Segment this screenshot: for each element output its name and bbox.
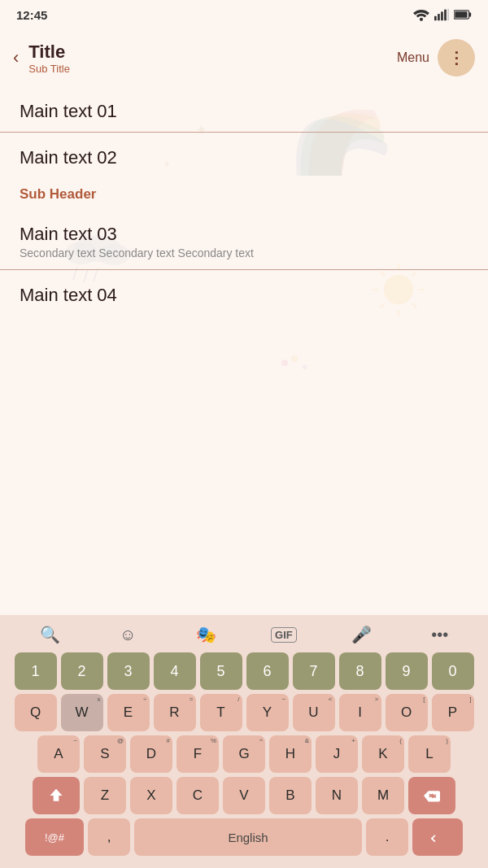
header-right: Menu ⋮ [397,39,475,76]
voice-icon[interactable]: 🎤 [346,623,377,646]
zxcv-row: Z X C V B N M [3,777,485,814]
search-icon[interactable]: 🔍 [35,623,65,646]
key-7[interactable]: 7 [293,652,335,690]
delete-key[interactable] [408,777,455,814]
header-left: ‹ Title Sub Title [13,41,70,75]
key-2[interactable]: 2 [61,652,103,690]
key-z[interactable]: Z [84,777,126,814]
asdf-row: A~ S@ D# F% G^ H& J+ K( L) [3,735,485,773]
qwerty-row: Q Wx E÷ R= T/ Y− U< I> O[ P] [3,694,485,731]
key-9[interactable]: 9 [386,652,428,690]
key-1[interactable]: 1 [15,652,57,690]
gif-button[interactable]: GIF [271,627,297,643]
key-0[interactable]: 0 [432,652,474,690]
keyboard-toolbar: 🔍 ☺ 🎭 GIF 🎤 ••• [3,620,485,652]
key-o[interactable]: O[ [386,694,428,731]
key-x[interactable]: X [130,777,172,814]
list-item-4[interactable]: Main text 04 [0,270,488,316]
emoji-icon[interactable]: ☺ [115,624,141,646]
key-s[interactable]: S@ [84,735,126,773]
header-subtitle: Sub Title [28,63,70,75]
keyboard: 🔍 ☺ 🎭 GIF 🎤 ••• 1 2 3 4 5 6 7 8 9 0 Q Wx… [0,615,488,868]
list-item-1[interactable]: Main text 01 [0,86,488,133]
enter-key[interactable] [412,818,463,856]
svg-rect-5 [447,9,449,20]
svg-rect-2 [438,14,440,20]
menu-label[interactable]: Menu [397,50,429,65]
svg-point-24 [281,360,288,366]
header-title: Title [28,41,70,63]
key-i[interactable]: I> [339,694,381,731]
secondary-text-3: Secondary text Secondary text Secondary … [20,246,468,260]
symbols-key[interactable]: !@# [25,818,84,856]
svg-rect-4 [444,10,447,21]
space-key[interactable]: English [134,818,362,856]
status-time: 12:45 [16,8,47,22]
key-p[interactable]: P] [432,694,474,731]
space-row: !@# , English . [3,818,485,856]
number-row: 1 2 3 4 5 6 7 8 9 0 [3,652,485,690]
key-t[interactable]: T/ [200,694,242,731]
key-m[interactable]: M [362,777,404,814]
key-8[interactable]: 8 [339,652,381,690]
menu-dots-button[interactable]: ⋮ [438,39,475,76]
key-e[interactable]: E÷ [107,694,150,731]
svg-point-26 [303,364,307,369]
key-d[interactable]: D# [130,735,172,773]
key-n[interactable]: N [316,777,358,814]
svg-point-25 [291,355,298,362]
list-item-3[interactable]: Main text 03 Secondary text Secondary te… [0,209,488,270]
sub-header-text: Sub Header [20,186,96,202]
key-w[interactable]: Wx [61,694,103,731]
key-a[interactable]: A~ [37,735,80,773]
key-c[interactable]: C [176,777,219,814]
key-h[interactable]: H& [269,735,312,773]
key-4[interactable]: 4 [154,652,196,690]
comma-key[interactable]: , [88,818,130,856]
key-v[interactable]: V [223,777,265,814]
battery-icon [454,9,472,20]
key-3[interactable]: 3 [107,652,150,690]
main-text-4: Main text 04 [20,285,468,306]
svg-rect-8 [455,11,467,18]
main-text-1: Main text 01 [20,101,468,122]
content-area: ✦ ✦ Main text 01 Main text 02 Sub Header… [0,86,488,428]
main-text-2: Main text 02 [20,147,468,168]
key-g[interactable]: G^ [223,735,265,773]
more-options-icon[interactable]: ••• [426,624,453,646]
sub-header: Sub Header [0,178,488,209]
key-y[interactable]: Y− [246,694,289,731]
status-icons [413,8,472,21]
svg-rect-1 [434,16,437,20]
svg-rect-3 [441,11,443,20]
list-item-2[interactable]: Main text 02 [0,133,488,178]
svg-rect-7 [469,12,472,16]
main-text-3: Main text 03 [20,224,468,245]
key-q[interactable]: Q [15,694,57,731]
key-j[interactable]: J+ [316,735,358,773]
shift-key[interactable] [33,777,80,814]
signal-icon [434,8,449,21]
status-bar: 12:45 [0,0,488,29]
svg-point-0 [420,18,423,21]
header: ‹ Title Sub Title Menu ⋮ [0,29,488,86]
period-key[interactable]: . [366,818,408,856]
sticker-icon[interactable]: 🎭 [191,623,221,646]
key-f[interactable]: F% [176,735,219,773]
key-u[interactable]: U< [293,694,335,731]
key-l[interactable]: L) [408,735,451,773]
back-button[interactable]: ‹ [13,47,19,68]
key-5[interactable]: 5 [200,652,242,690]
wifi-icon [413,8,429,21]
key-6[interactable]: 6 [246,652,289,690]
key-k[interactable]: K( [362,735,404,773]
header-title-block: Title Sub Title [28,41,70,75]
key-b[interactable]: B [269,777,312,814]
key-r[interactable]: R= [154,694,196,731]
